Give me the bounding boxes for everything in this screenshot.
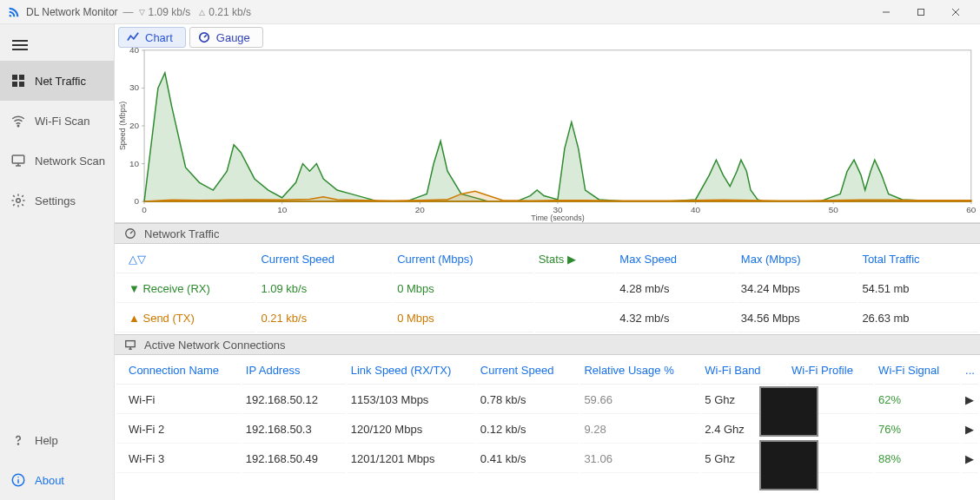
connection-row[interactable]: Wi-Fi 192.168.50.12 1153/103 Mbps 0.78 k… <box>116 386 978 414</box>
traffic-max-mbps: 34.56 Mbps <box>738 305 858 332</box>
traffic-stats <box>535 305 615 332</box>
svg-text:Time (seconds): Time (seconds) <box>531 214 584 222</box>
conn-name: Wi-Fi 3 <box>116 445 241 473</box>
svg-rect-12 <box>12 155 24 163</box>
traffic-row: ▲ Send (TX) 0.21 kb/s 0 Mbps 4.32 mb/s 3… <box>116 305 978 332</box>
conn-usage: 31.06 <box>580 445 699 473</box>
traffic-stats <box>535 275 615 303</box>
col-current-mbps[interactable]: Current (Mbps) <box>394 246 533 273</box>
conn-cur: 0.12 kb/s <box>477 416 579 444</box>
connection-row[interactable]: Wi-Fi 2 192.168.50.3 120/120 Mbps 0.12 k… <box>116 416 978 444</box>
svg-text:60: 60 <box>966 205 977 214</box>
conn-ip: 192.168.50.12 <box>242 386 346 414</box>
speedometer-icon <box>123 227 137 240</box>
traffic-direction: ▼ Receive (RX) <box>116 275 255 303</box>
svg-rect-7 <box>12 75 17 80</box>
sidebar: Net Traffic Wi-Fi Scan Network Scan Sett… <box>0 24 115 500</box>
sidebar-item-network-scan[interactable]: Network Scan <box>0 141 114 181</box>
hamburger-button[interactable] <box>0 30 114 61</box>
main-content: Chart Gauge 0102030400102030405060Time (… <box>115 24 980 500</box>
down-arrow-icon: ▽ <box>139 8 145 16</box>
col-cur[interactable]: Current Speed <box>477 357 579 385</box>
col-more[interactable]: ... <box>962 357 978 385</box>
conn-name: Wi-Fi <box>116 386 241 414</box>
sidebar-item-net-traffic[interactable]: Net Traffic <box>0 61 114 101</box>
grid-icon <box>10 73 26 89</box>
sidebar-label: Net Traffic <box>35 75 86 88</box>
conn-name: Wi-Fi 2 <box>116 416 241 444</box>
svg-rect-8 <box>19 75 24 80</box>
sidebar-item-settings[interactable]: Settings <box>0 181 114 220</box>
wifi-profile-thumbnail[interactable] <box>759 386 818 437</box>
svg-text:10: 10 <box>129 159 140 168</box>
svg-text:30: 30 <box>129 82 140 92</box>
col-usage[interactable]: Relative Usage % <box>580 357 699 385</box>
sidebar-item-help[interactable]: Help <box>0 420 114 460</box>
play-icon[interactable]: ▶ <box>962 386 978 414</box>
help-icon <box>10 432 26 448</box>
col-current-speed[interactable]: Current Speed <box>257 246 392 273</box>
conn-usage: 9.28 <box>580 416 699 444</box>
info-icon <box>10 472 26 488</box>
col-profile[interactable]: Wi-Fi Profile <box>788 357 873 385</box>
wifi-icon <box>10 113 26 128</box>
traffic-chart: 0102030400102030405060Time (seconds)Spee… <box>115 24 980 222</box>
chart-panel: Chart Gauge 0102030400102030405060Time (… <box>115 24 980 223</box>
svg-rect-10 <box>19 82 24 87</box>
section-title: Network Traffic <box>144 227 219 240</box>
sidebar-label: Network Scan <box>35 155 105 168</box>
col-max-mbps[interactable]: Max (Mbps) <box>738 246 858 273</box>
traffic-total: 54.51 mb <box>858 275 978 303</box>
col-band[interactable]: Wi-Fi Band <box>701 357 786 385</box>
col-max-speed[interactable]: Max Speed <box>616 246 736 273</box>
col-direction[interactable]: △▽ <box>116 246 255 273</box>
sidebar-item-wifi-scan[interactable]: Wi-Fi Scan <box>0 101 114 141</box>
close-button[interactable] <box>938 1 973 23</box>
traffic-total: 26.63 mb <box>858 305 978 332</box>
col-total[interactable]: Total Traffic <box>858 246 978 273</box>
traffic-cur-speed: 0.21 kb/s <box>257 305 392 332</box>
play-icon[interactable]: ▶ <box>962 416 978 444</box>
conn-cur: 0.78 kb/s <box>477 386 579 414</box>
up-arrow-icon: △ <box>199 8 205 16</box>
connection-row[interactable]: Wi-Fi 3 192.168.50.49 1201/1201 Mbps 0.4… <box>116 445 978 473</box>
sidebar-label: Wi-Fi Scan <box>35 115 90 128</box>
col-link[interactable]: Link Speed (RX/TX) <box>348 357 475 385</box>
svg-text:0: 0 <box>142 205 147 214</box>
separator: — <box>123 6 134 18</box>
svg-text:50: 50 <box>829 205 839 214</box>
col-stats[interactable]: Stats ▶ <box>535 246 615 273</box>
traffic-max-mbps: 34.24 Mbps <box>738 275 858 303</box>
svg-line-50 <box>130 231 133 234</box>
conn-link: 120/120 Mbps <box>348 416 475 444</box>
conn-ip: 192.168.50.49 <box>242 445 346 473</box>
conn-signal: 76% <box>875 416 960 444</box>
svg-text:40: 40 <box>691 205 701 214</box>
traffic-row: ▼ Receive (RX) 1.09 kb/s 0 Mbps 4.28 mb/… <box>116 275 978 303</box>
app-title: DL Network Monitor <box>26 6 118 18</box>
maximize-button[interactable] <box>904 1 938 23</box>
wifi-profile-thumbnail[interactable] <box>759 440 818 490</box>
monitor-small-icon <box>123 338 137 352</box>
svg-point-16 <box>17 444 18 444</box>
conn-signal: 88% <box>875 445 960 473</box>
traffic-cur-speed: 1.09 kb/s <box>257 275 392 303</box>
svg-text:0: 0 <box>135 196 140 206</box>
col-conn-name[interactable]: Connection Name <box>116 357 241 385</box>
section-title: Active Network Connections <box>144 339 286 352</box>
col-ip[interactable]: IP Address <box>242 357 346 385</box>
titlebar-up-rate: 0.21 kb/s <box>209 6 251 18</box>
svg-text:40: 40 <box>129 45 140 55</box>
svg-point-11 <box>17 125 19 127</box>
minimize-button[interactable] <box>869 1 904 23</box>
svg-point-19 <box>17 477 19 478</box>
col-signal[interactable]: Wi-Fi Signal <box>875 357 960 385</box>
monitor-icon <box>10 153 26 168</box>
connections-table: Connection Name IP Address Link Speed (R… <box>115 355 980 475</box>
svg-text:Speed (Mbps): Speed (Mbps) <box>118 102 127 150</box>
play-icon[interactable]: ▶ <box>962 445 978 473</box>
section-header-connections: Active Network Connections <box>115 334 980 355</box>
conn-link: 1201/1201 Mbps <box>348 445 475 473</box>
sidebar-item-about[interactable]: About <box>0 460 114 500</box>
gear-icon <box>10 193 26 208</box>
